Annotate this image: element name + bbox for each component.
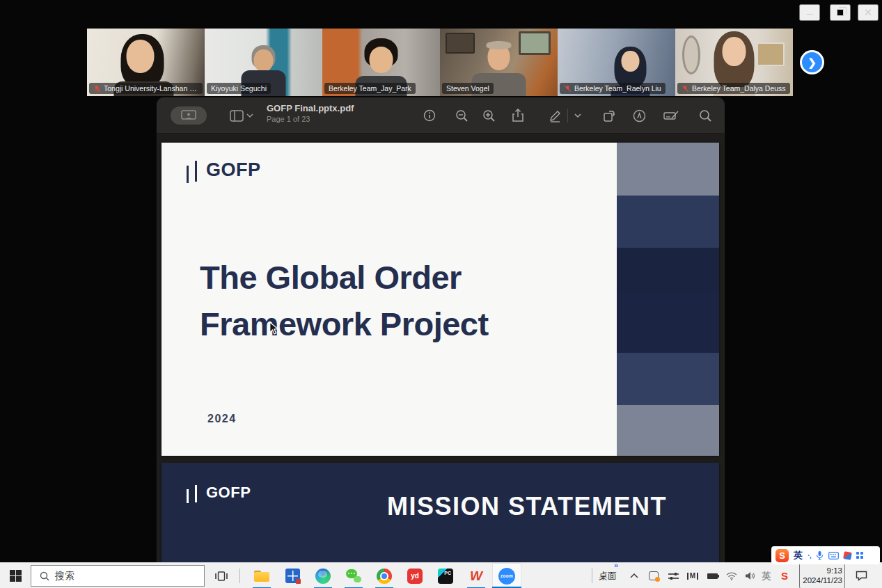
- ime-language-tray-indicator[interactable]: 英: [759, 563, 774, 588]
- video-filmstrip: Tongji University-Lanshan Gui Kiyoyuki S…: [87, 29, 793, 96]
- desktop-toolbar-overflow-chevron[interactable]: »: [614, 561, 618, 569]
- zoom-out-icon: [455, 109, 468, 122]
- chrome-icon: [377, 569, 392, 584]
- preview-window: GOFP Final.pptx.pdf Page 1 of 23: [157, 97, 725, 562]
- gofp-logo: GOFP: [187, 159, 261, 183]
- zoom-in-button[interactable]: [478, 106, 499, 125]
- participant-name-chip: Kiyoyuki Seguchi: [207, 83, 271, 94]
- capture-tool-tray-icon[interactable]: [645, 563, 663, 588]
- taskbar: 搜索 yd PC: [0, 562, 882, 588]
- taskbar-app-chrome[interactable]: [370, 563, 399, 588]
- mouse-cursor: [269, 321, 280, 335]
- minimize-button[interactable]: –: [799, 4, 820, 21]
- wps-icon: W: [470, 569, 482, 584]
- participant-tile[interactable]: Berkeley Team_Dalya Deuss: [675, 29, 793, 96]
- start-button[interactable]: [0, 563, 31, 588]
- filmstrip-next-button[interactable]: ❯: [800, 50, 824, 74]
- muted-mic-icon: [682, 85, 689, 93]
- search-button[interactable]: [695, 106, 716, 125]
- ime-punctuation-toggle[interactable]: ·,: [808, 551, 811, 559]
- taskbar-app-wps[interactable]: W: [462, 563, 491, 588]
- markup-button[interactable]: [544, 106, 565, 125]
- task-view-icon: [215, 571, 228, 581]
- speaker-icon: [745, 571, 755, 580]
- zoom-out-button[interactable]: [451, 106, 472, 125]
- ime-language-toggle[interactable]: 英: [794, 549, 803, 562]
- taskbar-app-file-explorer[interactable]: [247, 563, 276, 588]
- battery-tray-icon[interactable]: [703, 563, 721, 588]
- slide-title-line1: The Global Order: [200, 254, 489, 301]
- participant-name: Tongji University-Lanshan Gui: [104, 84, 198, 93]
- participant-tile-active-speaker[interactable]: Berkeley Team_Jay_Park: [322, 29, 440, 96]
- task-view-button[interactable]: [209, 563, 234, 588]
- markup-menu-button[interactable]: [572, 106, 584, 125]
- logo-bar: [187, 489, 189, 503]
- slide-title: The Global Order Framework Project: [200, 254, 489, 347]
- participant-tile[interactable]: Berkeley Team_Raelyn Liu: [558, 29, 675, 96]
- file-explorer-icon: [254, 571, 269, 582]
- ime-voice-icon[interactable]: [816, 550, 824, 560]
- edge-icon: [315, 569, 331, 584]
- taskbar-app-edge[interactable]: [308, 563, 338, 588]
- info-icon: [423, 109, 436, 122]
- taskbar-app-youdao[interactable]: yd: [400, 563, 430, 588]
- logo-text: GOFP: [206, 159, 261, 181]
- search-input[interactable]: 搜索: [31, 565, 205, 587]
- badge: [296, 579, 301, 584]
- youdao-icon: yd: [407, 569, 423, 584]
- wifi-tray-icon[interactable]: [723, 563, 741, 588]
- rotate-button[interactable]: [598, 106, 619, 125]
- close-button[interactable]: ✕: [858, 4, 879, 21]
- taskbar-app-wechat[interactable]: [339, 563, 368, 588]
- sogou-logo-icon[interactable]: S: [775, 549, 789, 562]
- app-grid-icon: [285, 569, 300, 583]
- sliders-icon: [668, 572, 679, 580]
- clock-date: 2024/11/23: [803, 576, 842, 586]
- toolbar-divider: [567, 109, 568, 122]
- search-icon: [40, 571, 49, 581]
- chevron-down-icon: [246, 113, 253, 118]
- restore-button[interactable]: [830, 4, 851, 21]
- clock[interactable]: 9:13 2024/11/23: [799, 563, 845, 588]
- meeting-screen: – ✕ Tongji University-Lanshan Gui: [0, 0, 882, 588]
- color-band: [617, 143, 719, 196]
- ime-keyboard-icon[interactable]: [828, 552, 839, 559]
- fill-sign-icon: [663, 110, 679, 121]
- markup-pen-icon: [549, 109, 562, 122]
- chevron-up-icon: [630, 573, 638, 578]
- settings-sliders-tray-icon[interactable]: [664, 563, 682, 588]
- slide-color-bands: [617, 143, 719, 456]
- fill-sign-button[interactable]: [661, 106, 682, 125]
- slide-year: 2024: [207, 413, 237, 425]
- participant-tile[interactable]: Kiyoyuki Seguchi: [205, 29, 322, 96]
- muted-mic-icon: [93, 85, 101, 93]
- hidden-icons-button[interactable]: [625, 563, 643, 588]
- notification-dot: [655, 577, 660, 582]
- participant-tile[interactable]: Tongji University-Lanshan Gui: [87, 29, 205, 96]
- action-center-button[interactable]: [852, 563, 870, 588]
- zoom-icon: zoom: [498, 568, 515, 585]
- sidebar-menu-button[interactable]: [244, 106, 255, 125]
- ime-lang-glyph: 英: [762, 570, 771, 582]
- battery-icon: [707, 573, 718, 579]
- taskbar-app-pycharm[interactable]: PC: [431, 563, 460, 588]
- share-button[interactable]: [507, 106, 528, 125]
- taskbar-app-zoom[interactable]: zoom: [492, 563, 521, 588]
- participant-tile[interactable]: Steven Vogel: [440, 29, 558, 96]
- minimize-icon: –: [807, 7, 812, 19]
- info-button[interactable]: [419, 106, 440, 125]
- highlight-button[interactable]: [629, 106, 649, 125]
- sogou-tray-icon[interactable]: S: [777, 563, 792, 588]
- desktop-label: 桌面: [599, 570, 617, 582]
- ime-toolbox-icon[interactable]: [856, 552, 863, 559]
- media-app-tray-icon[interactable]: M: [684, 563, 702, 588]
- volume-tray-icon[interactable]: [741, 563, 759, 588]
- logo-text: GOFP: [206, 484, 251, 502]
- pdf-page-1: GOFP The Global Order Framework Project …: [162, 143, 719, 456]
- participant-name-chip: Berkeley Team_Dalya Deuss: [677, 83, 790, 94]
- taskbar-app-grid[interactable]: [278, 563, 307, 588]
- screen-share-pill-button[interactable]: [171, 106, 207, 125]
- highlight-icon: [633, 109, 646, 122]
- ime-skin-icon[interactable]: [843, 551, 852, 560]
- document-title-block: GOFP Final.pptx.pdf Page 1 of 23: [267, 103, 354, 123]
